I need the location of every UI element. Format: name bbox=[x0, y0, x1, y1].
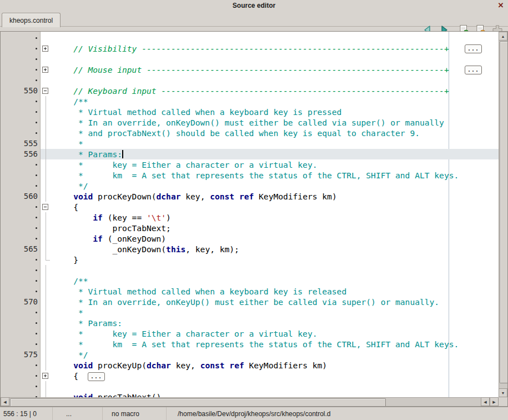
code-line[interactable]: { bbox=[1, 202, 499, 212]
fold-closed-icon[interactable] bbox=[42, 46, 48, 52]
code-line[interactable]: * bbox=[1, 307, 499, 318]
code-text[interactable]: * Params: bbox=[52, 149, 499, 159]
code-text[interactable]: * and procTabNext() should be called whe… bbox=[52, 128, 499, 138]
fold-gutter-cell bbox=[41, 128, 52, 138]
code-text[interactable]: void procTabNext() bbox=[52, 392, 499, 397]
code-text[interactable]: */ bbox=[52, 349, 499, 360]
code-line[interactable]: * Params: bbox=[1, 318, 499, 328]
code-line[interactable]: * key = Either a character or a virtual … bbox=[1, 159, 499, 170]
code-line[interactable]: 555 * bbox=[1, 138, 499, 149]
code-line[interactable]: * Virtual method called when a keyboard … bbox=[1, 286, 499, 297]
scroll-up-button[interactable]: ▲ bbox=[499, 32, 507, 41]
code-text[interactable]: { bbox=[52, 202, 499, 212]
code-text[interactable]: // Visibility --------------------------… bbox=[52, 43, 499, 54]
code-line[interactable]: * km = A set that represents the status … bbox=[1, 339, 499, 349]
code-line[interactable]: procTabNext; bbox=[1, 223, 499, 233]
code-text[interactable]: if (key == '\t') bbox=[52, 212, 499, 223]
code-text[interactable]: * km = A set that represents the status … bbox=[52, 170, 499, 181]
code-line[interactable]: 550 // Keyboard input ------------------… bbox=[1, 86, 499, 96]
vertical-scrollbar[interactable]: ▲ ▼ bbox=[499, 32, 507, 397]
close-icon[interactable]: ✕ bbox=[496, 1, 505, 10]
code-text[interactable]: // Keyboard input ----------------------… bbox=[52, 86, 499, 96]
code-text[interactable]: if (_onKeyDown) bbox=[52, 233, 499, 244]
code-line[interactable]: 556 * Params: bbox=[1, 149, 499, 159]
editor-body[interactable]: // Visibility --------------------------… bbox=[1, 32, 499, 397]
code-text[interactable]: */ bbox=[52, 181, 499, 191]
scroll-left-button-right-end[interactable]: ◀ bbox=[481, 397, 490, 406]
code-text[interactable]: /** bbox=[52, 96, 499, 107]
folded-block-icon[interactable]: ... bbox=[465, 66, 482, 74]
code-line[interactable]: */ bbox=[1, 181, 499, 191]
code-line[interactable]: 570 * In an override, onKeyUp() must eit… bbox=[1, 297, 499, 307]
code-text[interactable]: void procKeyDown(dchar key, const ref Ke… bbox=[52, 191, 499, 202]
code-line[interactable]: void procKeyUp(dchar key, const ref KeyM… bbox=[1, 360, 499, 371]
code-text[interactable]: * bbox=[52, 138, 499, 149]
horizontal-scrollbar[interactable]: ◀ ◀ ▶ bbox=[1, 397, 499, 406]
code-text[interactable]: * In an override, onKeyUp() must either … bbox=[52, 297, 499, 307]
code-line[interactable]: /** bbox=[1, 276, 499, 286]
code-token: const bbox=[210, 192, 234, 201]
tab-bar: kheops.control bbox=[0, 11, 508, 27]
folded-block-icon[interactable]: ... bbox=[465, 44, 482, 53]
fold-closed-icon[interactable] bbox=[42, 67, 48, 73]
code-line[interactable]: void procTabNext() bbox=[1, 392, 499, 397]
code-line[interactable]: 560 void procKeyDown(dchar key, const re… bbox=[1, 191, 499, 202]
code-text[interactable]: * Virtual method called when a keyboard … bbox=[52, 286, 499, 297]
code-line[interactable]: /** bbox=[1, 96, 499, 107]
code-line[interactable] bbox=[1, 33, 499, 43]
code-line[interactable]: // Visibility --------------------------… bbox=[1, 43, 499, 54]
fold-closed-icon[interactable] bbox=[42, 373, 48, 379]
code-line[interactable]: * and procTabNext() should be called whe… bbox=[1, 128, 499, 138]
code-text[interactable] bbox=[52, 265, 499, 276]
horizontal-scroll-thumb[interactable] bbox=[10, 398, 386, 407]
folded-block-icon[interactable]: ... bbox=[88, 372, 105, 381]
code-line[interactable] bbox=[1, 265, 499, 276]
code-line[interactable]: if (key == '\t') bbox=[1, 212, 499, 223]
code-token bbox=[234, 192, 239, 201]
tab-kheops-control[interactable]: kheops.control bbox=[2, 13, 61, 27]
code-text[interactable]: * km = A set that represents the status … bbox=[52, 339, 499, 349]
code-line[interactable]: 565 _onKeyDown(this, key, km); bbox=[1, 244, 499, 254]
code-text[interactable]: * key = Either a character or a virtual … bbox=[52, 159, 499, 170]
code-line[interactable] bbox=[1, 381, 499, 392]
code-text[interactable]: * key = Either a character or a virtual … bbox=[52, 328, 499, 339]
scroll-left-button[interactable]: ◀ bbox=[1, 397, 9, 406]
fold-open-icon[interactable] bbox=[42, 204, 48, 210]
code-text[interactable] bbox=[52, 75, 499, 86]
code-line[interactable]: * In an override, onKeyDown() must eithe… bbox=[1, 117, 499, 128]
code-text[interactable]: } bbox=[52, 254, 499, 265]
code-line[interactable]: if (_onKeyDown) bbox=[1, 233, 499, 244]
vertical-scroll-thumb[interactable] bbox=[500, 41, 508, 383]
line-dot bbox=[36, 227, 37, 229]
code-text[interactable]: * In an override, onKeyDown() must eithe… bbox=[52, 117, 499, 128]
code-line[interactable] bbox=[1, 54, 499, 64]
code-text[interactable] bbox=[52, 33, 499, 43]
code-text[interactable]: void procKeyUp(dchar key, const ref KeyM… bbox=[52, 360, 499, 371]
code-line[interactable] bbox=[1, 75, 499, 86]
code-line[interactable]: * Virtual method called when a keyboard … bbox=[1, 107, 499, 117]
line-number-cell: 555 bbox=[1, 138, 41, 149]
code-text[interactable]: procTabNext; bbox=[52, 223, 499, 233]
code-line[interactable]: } bbox=[1, 254, 499, 265]
code-token: * Params: bbox=[54, 318, 122, 328]
code-line[interactable]: // Mouse input -------------------------… bbox=[1, 64, 499, 75]
line-number-cell bbox=[1, 265, 41, 276]
code-text[interactable]: _onKeyDown(this, key, km); bbox=[52, 244, 499, 254]
code-line[interactable]: * km = A set that represents the status … bbox=[1, 170, 499, 181]
scroll-down-button[interactable]: ▼ bbox=[499, 388, 507, 397]
code-text[interactable] bbox=[52, 381, 499, 392]
code-text[interactable]: {... bbox=[52, 371, 499, 381]
code-text[interactable]: * Virtual method called when a keyboard … bbox=[52, 107, 499, 117]
line-number-cell bbox=[1, 371, 41, 381]
code-text[interactable]: * bbox=[52, 307, 499, 318]
code-text[interactable]: /** bbox=[52, 276, 499, 286]
scroll-right-button[interactable]: ▶ bbox=[490, 397, 499, 406]
code-line[interactable]: * key = Either a character or a virtual … bbox=[1, 328, 499, 339]
fold-open-icon[interactable] bbox=[42, 88, 48, 94]
code-text[interactable] bbox=[52, 54, 499, 64]
code-line[interactable]: 575 */ bbox=[1, 349, 499, 360]
line-number-cell bbox=[1, 96, 41, 107]
code-line[interactable]: {... bbox=[1, 371, 499, 381]
code-text[interactable]: * Params: bbox=[52, 318, 499, 328]
code-text[interactable]: // Mouse input -------------------------… bbox=[52, 64, 499, 75]
